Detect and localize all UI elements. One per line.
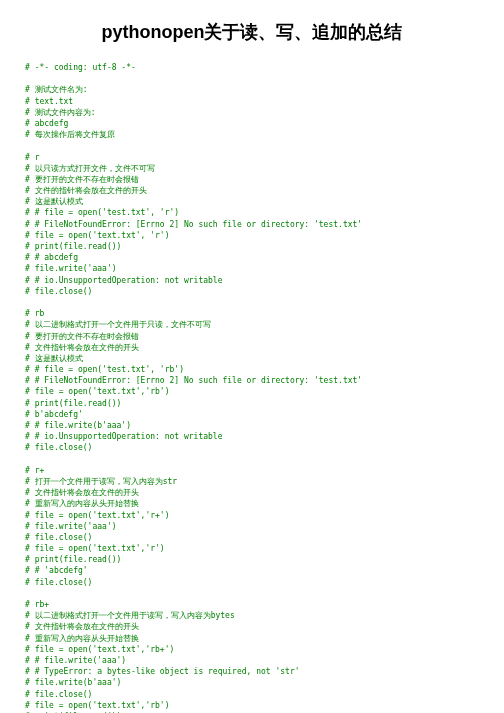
code-block: # -*- coding: utf-8 -*- # 测试文件名为: # text… (25, 62, 479, 713)
page-title: pythonopen关于读、写、追加的总结 (25, 20, 479, 44)
